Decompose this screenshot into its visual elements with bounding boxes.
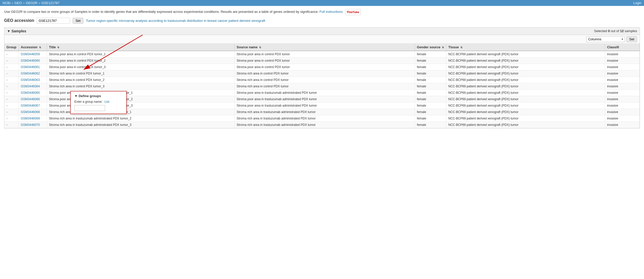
cell-tissue: NCC-BCP69 patient derived xenograft (PDX… [446,77,605,83]
cell-gender: female [415,96,446,102]
cell-accession[interactable]: GSM3446066 [19,96,47,102]
cell-accession[interactable]: GSM3446070 [19,122,47,128]
cell-source: Stroma poor area in trastuzumab administ… [234,102,415,109]
cell-source: Stroma rich area in trastuzumab administ… [234,109,415,115]
th-tissue[interactable]: Tissue ⇅ [446,44,605,51]
cell-classif: invasive [605,57,640,64]
table-wrapper: Group Accession ⇅ Title ⇅ Source name ⇅ … [4,44,640,128]
cell-tissue: NCC-BCP69 patient derived xenograft (PDX… [446,109,605,115]
table-row[interactable]: - GSM3446063 Stroma rich area in control… [4,77,640,83]
login-link[interactable]: Login [633,1,641,5]
table-row[interactable]: - GSM3446070 Stroma rich area in trastuz… [4,122,640,128]
cell-title: Stroma rich area in control PDX tumor_2 [47,77,235,83]
geo-accession-input[interactable] [37,18,70,24]
cell-source: Stroma poor area in control PDX tumor [234,57,415,64]
cell-gender: female [415,64,446,70]
cell-group: - [4,102,19,109]
sort-title-icon: ⇅ [57,46,59,49]
youtube-play-icon: You [347,10,353,14]
cell-accession[interactable]: GSM3446069 [19,115,47,122]
breadcrumb: NCBI » GEO » GEO2R » GSE121787 [3,1,60,5]
cell-accession[interactable]: GSM3446068 [19,109,47,115]
current-accession: GSE121787 [41,1,60,5]
full-instructions-link[interactable]: Full instructions [320,10,343,14]
cell-classif: invasive [605,96,640,102]
th-title[interactable]: Title ⇅ [47,44,235,51]
out-of-text: out of [611,29,619,33]
geo2r-link[interactable]: GEO2R [26,1,37,5]
cell-title: Stroma poor area in control PDX tumor_2 [47,57,235,64]
youtube-badge[interactable]: YouTube [345,9,361,15]
cell-source: Stroma rich area in trastuzumab administ… [234,115,415,122]
samples-tbody: - GSM3446059 Stroma poor area in control… [4,51,640,128]
cell-classif: invasive [605,83,640,89]
cell-accession[interactable]: GSM3446065 [19,89,47,96]
cell-accession[interactable]: GSM3446067 [19,102,47,109]
cell-source: Stroma rich area in control PDX tumor [234,83,415,89]
samples-count: Selected 0 out of 12 samples [594,29,637,33]
set-button[interactable]: Set [73,18,83,24]
th-gender[interactable]: Gender source ⇅ [415,44,446,51]
cell-source: Stroma poor area in control PDX tumor [234,64,415,70]
table-row[interactable]: - GSM3446061 Stroma poor area in control… [4,64,640,70]
table-row[interactable]: - GSM3446062 Stroma rich area in control… [4,70,640,77]
cell-gender: female [415,51,446,58]
cell-group: - [4,109,19,115]
cell-gender: female [415,70,446,77]
geo-link[interactable]: GEO [14,1,22,5]
samples-title[interactable]: ▼ Samples [7,29,26,33]
samples-label: samples [625,29,637,33]
define-groups-popup: ▼ Define groups Enter a group name: List [70,91,127,114]
table-row[interactable]: - GSM3446059 Stroma poor area in control… [4,51,640,58]
cell-classif: invasive [605,70,640,77]
table-row[interactable]: - GSM3446069 Stroma rich area in trastuz… [4,115,640,122]
cell-gender: female [415,122,446,128]
cell-accession[interactable]: GSM3446059 [19,51,47,58]
cell-group: - [4,83,19,89]
sep2: » [23,1,25,5]
table-row[interactable]: - GSM3446060 Stroma poor area in control… [4,57,640,64]
cell-accession[interactable]: GSM3446060 [19,57,47,64]
cell-title: Stroma poor area in control PDX tumor_3 [47,64,235,70]
geo-accession-row: GEO accession Set Tumor region-specific … [4,18,640,24]
sort-gender-icon: ⇅ [442,46,444,49]
th-accession[interactable]: Accession ⇅ [19,44,47,51]
cell-classif: invasive [605,89,640,96]
cell-title: Stroma poor area in control PDX tumor_1 [47,51,235,58]
description-text: Use GEO2R to compare two or more groups … [4,9,640,15]
list-link[interactable]: List [104,100,109,104]
columns-set-button[interactable]: Set [626,36,637,42]
geo-title-link[interactable]: Tumor region-specific microarray analysi… [86,19,265,23]
cell-gender: female [415,89,446,96]
cell-tissue: NCC-BCP69 patient derived xenograft (PDX… [446,51,605,58]
cell-source: Stroma rich area in control PDX tumor [234,70,415,77]
th-classif[interactable]: Classifi [605,44,640,51]
cell-gender: female [415,102,446,109]
cell-tissue: NCC-BCP69 patient derived xenograft (PDX… [446,70,605,77]
th-source[interactable]: Source name ⇅ [234,44,415,51]
ncbi-link[interactable]: NCBI [3,1,11,5]
cell-group: - [4,70,19,77]
description-body: Use GEO2R to compare two or more groups … [4,10,319,14]
header-row: Group Accession ⇅ Title ⇅ Source name ⇅ … [4,44,640,51]
selected-count: 0 [608,29,610,33]
columns-select[interactable]: Columns [586,36,625,42]
cell-accession[interactable]: GSM3446063 [19,77,47,83]
cell-tissue: NCC-BCP69 patient derived xenograft (PDX… [446,57,605,64]
th-group: Group [4,44,19,51]
cell-accession[interactable]: GSM3446064 [19,83,47,89]
cell-tissue: NCC-BCP69 patient derived xenograft (PDX… [446,102,605,109]
group-name-input[interactable] [74,105,105,111]
sep1: » [12,1,13,5]
cell-tissue: NCC-BCP69 patient derived xenograft (PDX… [446,115,605,122]
cell-title: Stroma rich area in trastuzumab administ… [47,115,235,122]
cell-gender: female [415,83,446,89]
samples-table: Group Accession ⇅ Title ⇅ Source name ⇅ … [4,44,640,128]
cell-group: - [4,64,19,70]
cell-accession[interactable]: GSM3446061 [19,64,47,70]
sort-source-icon: ⇅ [259,46,261,49]
cell-title: Stroma rich area in trastuzumab administ… [47,122,235,128]
table-row[interactable]: - GSM3446064 Stroma rich area in control… [4,83,640,89]
cell-group: - [4,115,19,122]
cell-accession[interactable]: GSM3446062 [19,70,47,77]
